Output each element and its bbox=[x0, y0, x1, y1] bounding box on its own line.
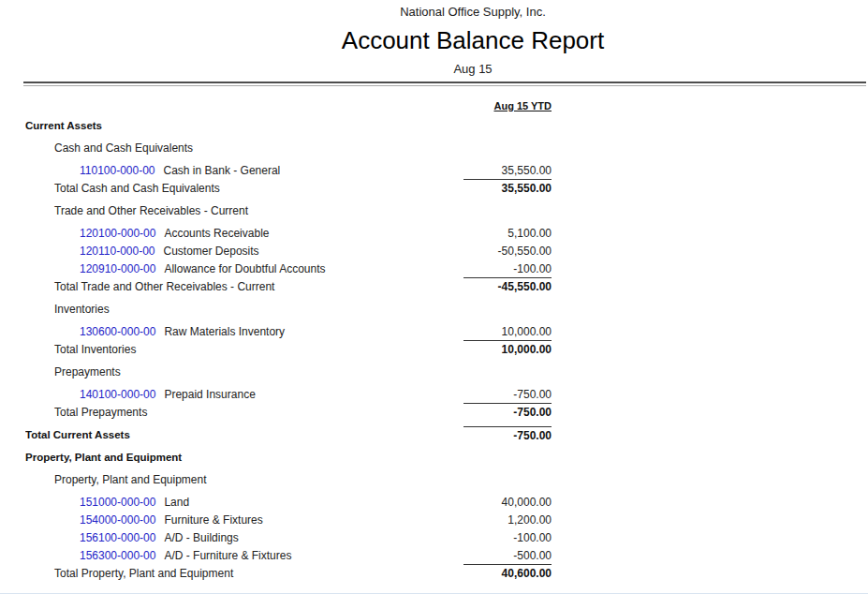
section-header-row: Property, Plant and Equipment bbox=[25, 449, 552, 467]
report-body: Current Assets Cash and Cash Equivalents… bbox=[25, 117, 552, 583]
account-balance: 35,550.00 bbox=[463, 162, 552, 180]
group-label: Inventories bbox=[25, 301, 552, 319]
account-row: 120110-000-00Customer Deposits -50,550.0… bbox=[25, 243, 552, 260]
header-divider-rule bbox=[23, 82, 866, 86]
account-code-link[interactable]: 156100-000-00 bbox=[80, 531, 155, 544]
account-name: Cash in Bank - General bbox=[164, 164, 281, 177]
group-header-row: Property, Plant and Equipment bbox=[25, 471, 552, 489]
report-title: Account Balance Report bbox=[78, 27, 868, 54]
group-total-row: Total Cash and Cash Equivalents 35,550.0… bbox=[25, 180, 552, 198]
column-header-row: Aug 15 YTD bbox=[25, 100, 552, 112]
account-row: 110100-000-00Cash in Bank - General 35,5… bbox=[25, 162, 552, 180]
group-label: Cash and Cash Equivalents bbox=[25, 140, 552, 157]
account-row: 130600-000-00Raw Materials Inventory 10,… bbox=[25, 323, 552, 341]
group-total-row: Total Prepayments -750.00 bbox=[25, 404, 552, 422]
account-code-link[interactable]: 130600-000-00 bbox=[80, 325, 155, 338]
account-name: Allowance for Doubtful Accounts bbox=[164, 262, 325, 275]
account-code-link[interactable]: 120910-000-00 bbox=[80, 262, 155, 275]
group-total-label: Total Trade and Other Receivables - Curr… bbox=[25, 278, 463, 296]
account-balance: 5,100.00 bbox=[463, 225, 552, 243]
report-header: National Office Supply, Inc. Account Bal… bbox=[0, 0, 868, 77]
section-total-balance: -750.00 bbox=[463, 426, 552, 444]
account-row: 120910-000-00Allowance for Doubtful Acco… bbox=[25, 260, 552, 278]
account-name: Land bbox=[164, 496, 189, 509]
account-code-link[interactable]: 154000-000-00 bbox=[80, 513, 155, 527]
account-balance: 40,000.00 bbox=[463, 494, 552, 512]
group-total-row: Total Property, Plant and Equipment 40,6… bbox=[25, 565, 552, 583]
account-name: Customer Deposits bbox=[164, 245, 259, 258]
account-balance: 1,200.00 bbox=[463, 512, 552, 529]
account-name: Prepaid Insurance bbox=[164, 388, 255, 401]
group-header-row: Inventories bbox=[25, 301, 552, 319]
account-name: Raw Materials Inventory bbox=[164, 325, 285, 338]
group-label: Property, Plant and Equipment bbox=[25, 471, 552, 489]
section-label: Current Assets bbox=[25, 117, 552, 135]
group-header-row: Prepayments bbox=[25, 364, 552, 381]
account-name: Furniture & Fixtures bbox=[164, 513, 262, 527]
section-label: Property, Plant and Equipment bbox=[25, 449, 552, 467]
account-code-link[interactable]: 156300-000-00 bbox=[80, 549, 155, 562]
report-date: Aug 15 bbox=[78, 62, 868, 77]
section-total-label: Total Current Assets bbox=[25, 426, 463, 444]
group-total-balance: 40,600.00 bbox=[463, 565, 552, 583]
group-header-row: Trade and Other Receivables - Current bbox=[25, 202, 552, 220]
group-total-balance: 35,550.00 bbox=[463, 180, 552, 198]
section-total-row: Total Current Assets -750.00 bbox=[25, 426, 552, 444]
group-header-row: Cash and Cash Equivalents bbox=[25, 140, 552, 157]
account-balance: 10,000.00 bbox=[463, 323, 552, 341]
group-total-balance: -750.00 bbox=[463, 404, 552, 422]
group-total-label: Total Prepayments bbox=[25, 404, 463, 422]
value-column-header: Aug 15 YTD bbox=[493, 100, 552, 111]
group-total-row: Total Trade and Other Receivables - Curr… bbox=[25, 278, 552, 296]
group-total-balance: 10,000.00 bbox=[463, 341, 552, 359]
account-code-link[interactable]: 120100-000-00 bbox=[80, 227, 155, 240]
group-total-label: Total Cash and Cash Equivalents bbox=[25, 180, 463, 198]
group-total-label: Total Inventories bbox=[25, 341, 463, 359]
account-row: 151000-000-00Land 40,000.00 bbox=[25, 494, 552, 512]
company-name: National Office Supply, Inc. bbox=[78, 5, 868, 20]
account-row: 156100-000-00A/D - Buildings -100.00 bbox=[25, 529, 552, 547]
account-code-link[interactable]: 140100-000-00 bbox=[80, 388, 155, 401]
section-header-row: Current Assets bbox=[25, 117, 552, 135]
group-total-row: Total Inventories 10,000.00 bbox=[25, 341, 552, 359]
account-balance: -750.00 bbox=[463, 386, 552, 404]
account-balance: -100.00 bbox=[463, 260, 552, 278]
group-total-balance: -45,550.00 bbox=[463, 278, 552, 296]
account-name: Accounts Receivable bbox=[164, 227, 269, 240]
account-code-link[interactable]: 120110-000-00 bbox=[80, 245, 155, 258]
group-label: Prepayments bbox=[25, 364, 552, 381]
group-label: Trade and Other Receivables - Current bbox=[25, 202, 552, 220]
account-name: A/D - Buildings bbox=[164, 531, 238, 544]
account-code-link[interactable]: 151000-000-00 bbox=[80, 496, 155, 509]
account-name: A/D - Furniture & Fixtures bbox=[164, 549, 291, 562]
account-row: 140100-000-00Prepaid Insurance -750.00 bbox=[25, 386, 552, 404]
account-balance: -500.00 bbox=[463, 547, 552, 565]
account-code-link[interactable]: 110100-000-00 bbox=[80, 164, 155, 177]
account-row: 154000-000-00Furniture & Fixtures 1,200.… bbox=[25, 512, 552, 529]
account-row: 120100-000-00Accounts Receivable 5,100.0… bbox=[25, 225, 552, 243]
account-balance: -100.00 bbox=[463, 529, 552, 547]
account-balance: -50,550.00 bbox=[463, 243, 552, 260]
account-row: 156300-000-00A/D - Furniture & Fixtures … bbox=[25, 547, 552, 565]
group-total-label: Total Property, Plant and Equipment bbox=[25, 565, 463, 583]
